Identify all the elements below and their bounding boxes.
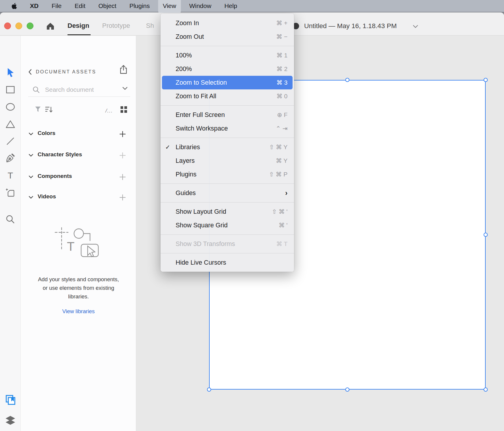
- menu-divider: [160, 253, 294, 253]
- panel-title: DOCUMENT ASSETS: [36, 69, 96, 75]
- menu-item-libraries[interactable]: ✓ Libraries ⇧ ⌘ Y: [160, 140, 294, 154]
- section-components[interactable]: Components: [21, 171, 136, 183]
- menu-item-guides[interactable]: Guides ›: [160, 186, 294, 200]
- select-tool[interactable]: [4, 66, 17, 79]
- menu-item-show-layout-grid[interactable]: Show Layout Grid ⇧ ⌘ ': [160, 205, 294, 218]
- sort-button[interactable]: [45, 106, 53, 113]
- chevron-down-icon[interactable]: [29, 176, 33, 178]
- resize-handle-bottom-right[interactable]: [484, 387, 488, 392]
- menu-item-label: 100%: [176, 52, 192, 59]
- line-tool[interactable]: [4, 135, 17, 148]
- export-button[interactable]: [119, 65, 128, 74]
- menu-item-zoom-out[interactable]: Zoom Out ⌘ −: [160, 30, 294, 44]
- text-tool[interactable]: T: [4, 169, 17, 182]
- menu-item-shortcut: ⇧ ⌘ Y: [269, 144, 288, 151]
- menubar-item-plugins[interactable]: Plugins: [129, 0, 150, 12]
- section-label: Character Styles: [38, 151, 82, 158]
- ellipse-tool[interactable]: [4, 100, 17, 113]
- svg-text:T: T: [67, 239, 75, 253]
- close-button[interactable]: [4, 22, 11, 29]
- menu-divider: [160, 46, 294, 46]
- add-color-button[interactable]: [119, 131, 126, 138]
- section-colors[interactable]: Colors: [21, 128, 136, 140]
- rectangle-tool[interactable]: [4, 83, 17, 96]
- menu-item-label: Hide Live Cursors: [176, 259, 226, 266]
- tab-design[interactable]: Design: [68, 22, 89, 30]
- menu-item-enter-full-screen[interactable]: Enter Full Screen ⊕ F: [160, 108, 294, 122]
- active-tab-underline: [68, 34, 91, 35]
- menu-item-zoom-to-fit-all[interactable]: Zoom to Fit All ⌘ 0: [160, 89, 294, 103]
- section-label: Videos: [38, 193, 56, 200]
- menubar-item-help[interactable]: Help: [224, 0, 237, 12]
- chevron-down-icon[interactable]: [29, 154, 33, 157]
- empty-state-line: or use elements from existing: [21, 284, 136, 292]
- menubar-item-edit[interactable]: Edit: [75, 0, 85, 12]
- layers-panel-button[interactable]: [4, 414, 17, 427]
- menubar-item-object[interactable]: Object: [98, 0, 116, 12]
- chevron-down-icon[interactable]: [29, 196, 33, 199]
- libraries-panel-button[interactable]: [4, 393, 17, 406]
- back-chevron-icon[interactable]: [28, 69, 32, 75]
- tab-share[interactable]: Sh: [146, 22, 154, 30]
- menu-item-zoom-to-selection[interactable]: Zoom to Selection ⌘ 3: [162, 76, 293, 89]
- pen-icon: [6, 154, 15, 163]
- document-title-chevron-icon[interactable]: [413, 25, 418, 28]
- search-options-chevron-icon[interactable]: [122, 87, 128, 90]
- menu-item-show-square-grid[interactable]: Show Square Grid ⌘ ': [160, 218, 294, 232]
- grid-icon: [121, 106, 127, 113]
- menu-item-layers[interactable]: Layers ⌘ Y: [160, 154, 294, 168]
- plus-icon: [119, 173, 126, 181]
- menu-item-100[interactable]: 100% ⌘ 1: [160, 49, 294, 62]
- search-input[interactable]: [44, 86, 113, 94]
- empty-state-text: Add your styles and components, or use e…: [21, 275, 136, 301]
- menu-item-zoom-in[interactable]: Zoom In ⌘ +: [160, 16, 294, 30]
- menubar-item-xd[interactable]: XD: [30, 0, 38, 12]
- section-character-styles[interactable]: Character Styles: [21, 149, 136, 161]
- menu-item-plugins[interactable]: Plugins ⇧ ⌘ P: [160, 168, 294, 181]
- section-label: Components: [38, 173, 72, 179]
- polygon-tool[interactable]: [4, 118, 17, 131]
- filter-button[interactable]: [35, 106, 41, 112]
- home-button[interactable]: [46, 22, 54, 30]
- fullscreen-button[interactable]: [27, 22, 33, 29]
- search-icon: [33, 86, 40, 93]
- section-videos[interactable]: Videos: [21, 192, 136, 203]
- empty-state-line: libraries.: [21, 292, 136, 301]
- rectangle-icon: [6, 86, 15, 94]
- view-libraries-link[interactable]: View libraries: [21, 308, 136, 315]
- menubar-item-file[interactable]: File: [52, 0, 62, 12]
- add-video-button[interactable]: [119, 194, 126, 201]
- menu-item-switch-workspace[interactable]: Switch Workspace ⌃ ⇥: [160, 122, 294, 135]
- apple-menu[interactable]: [11, 3, 17, 9]
- list-view-button[interactable]: /...: [105, 107, 113, 114]
- line-icon: [6, 137, 15, 145]
- resize-handle-right-middle[interactable]: [484, 233, 488, 237]
- menu-item-200[interactable]: 200% ⌘ 2: [160, 62, 294, 76]
- menubar-item-window[interactable]: Window: [189, 0, 211, 12]
- artboard-tool[interactable]: [4, 186, 17, 199]
- menubar-item-view[interactable]: View: [158, 0, 181, 13]
- menu-item-label: Switch Workspace: [176, 125, 228, 132]
- menu-item-shortcut: ⊕ F: [277, 111, 288, 118]
- submenu-chevron-icon: ›: [285, 190, 288, 196]
- menu-item-shortcut: ⌘ 0: [276, 93, 288, 100]
- resize-handle-bottom-left[interactable]: [207, 387, 211, 392]
- grid-view-button[interactable]: [121, 106, 127, 113]
- chevron-down-icon[interactable]: [29, 133, 33, 135]
- minimize-button[interactable]: [15, 22, 22, 29]
- menu-item-shortcut: ⌘ 2: [276, 65, 288, 73]
- plus-icon: [119, 194, 126, 201]
- zoom-tool[interactable]: [4, 213, 17, 226]
- menu-item-hide-live-cursors[interactable]: Hide Live Cursors: [160, 256, 294, 269]
- menu-item-label: Enter Full Screen: [176, 111, 225, 119]
- resize-handle-top-middle[interactable]: [345, 78, 349, 82]
- resize-handle-bottom-middle[interactable]: [345, 387, 349, 392]
- menu-item-show-3d-transforms: Show 3D Transforms ⌘ T: [160, 237, 294, 251]
- add-character-style-button[interactable]: [119, 152, 126, 159]
- resize-handle-top-right[interactable]: [484, 78, 488, 82]
- search-bar: [33, 84, 130, 96]
- pen-tool[interactable]: [4, 152, 17, 165]
- divider: [28, 97, 130, 97]
- tab-prototype[interactable]: Prototype: [102, 22, 130, 30]
- add-component-button[interactable]: [119, 173, 126, 181]
